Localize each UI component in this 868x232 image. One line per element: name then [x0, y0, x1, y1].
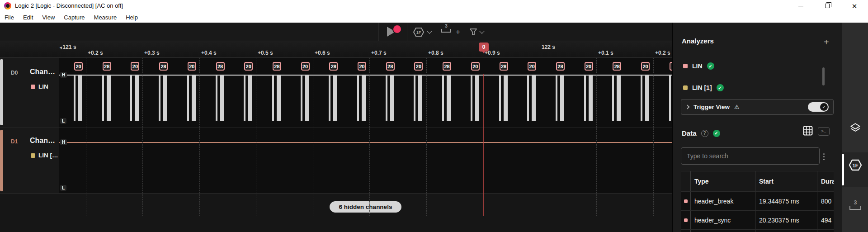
table-row[interactable]: header_pid20.75125 ms49	[681, 230, 834, 232]
data-search-box	[681, 147, 820, 165]
waveform-d0[interactable]: H L 202820282028202820282028202820282028…	[59, 58, 672, 128]
low-pulse-wide	[333, 75, 337, 121]
hidden-channels-button[interactable]: 6 hidden channels	[330, 201, 401, 213]
saleae-logo-icon	[4, 2, 11, 9]
lin-frame-badge[interactable]: 28	[613, 62, 621, 71]
lin-frame-badge[interactable]: 28	[443, 62, 451, 71]
analyzer-name: LIN [1]	[692, 84, 712, 91]
low-pulse-wide	[135, 75, 139, 121]
row-color-swatch	[684, 218, 688, 222]
lin-frame-badge[interactable]: 28	[500, 62, 508, 71]
lin-frame-badge[interactable]: 20	[301, 62, 310, 71]
table-scrollbar[interactable]	[822, 67, 825, 85]
measurements-tab[interactable]: 3	[842, 206, 868, 210]
lin-frame-badge[interactable]: 20	[244, 62, 253, 71]
lin-frame-badge[interactable]: 20	[74, 62, 83, 71]
lin-frame-badge[interactable]: 20	[528, 62, 536, 71]
table-row[interactable]: header_break19.344875 ms800	[681, 192, 834, 211]
lin-frame-badge[interactable]: 28	[159, 62, 168, 71]
capture-mode-dropdown[interactable]	[428, 29, 431, 33]
data-ok-check-icon: ✓	[713, 130, 720, 137]
extensions-tab[interactable]	[842, 122, 868, 134]
lin-frame-badge[interactable]: 20	[641, 62, 650, 71]
lin-frame-badge[interactable]: 28	[556, 62, 565, 71]
channel-analyzer-tag[interactable]: LIN	[31, 83, 48, 90]
time-gridline	[540, 58, 540, 216]
low-pulse-narrow	[74, 75, 75, 121]
trigger-marker[interactable]: 0	[479, 43, 489, 52]
analyzer-item-lin[interactable]: LIN✓	[683, 62, 714, 70]
lin-frame-badge[interactable]: 28	[273, 62, 281, 71]
trigger-dropdown[interactable]	[480, 29, 484, 33]
menu-item-view[interactable]: View	[41, 13, 56, 22]
warning-icon: ⚠	[734, 104, 740, 110]
menu-item-help[interactable]: Help	[124, 13, 139, 22]
column-header-duration[interactable]: Duration	[817, 171, 834, 191]
funnel-icon	[469, 28, 477, 36]
restore-button[interactable]	[817, 0, 838, 12]
analyzers-tab[interactable]: 1F	[842, 158, 868, 172]
lin-frame-badge[interactable]: 28	[103, 62, 111, 71]
lin-frame-badge[interactable]: 20	[358, 62, 366, 71]
low-pulse-wide	[277, 75, 281, 121]
terminal-icon: >_	[821, 129, 826, 134]
lin-frame-badge[interactable]: 20	[188, 62, 196, 71]
lin-frame-badge[interactable]: 20	[131, 62, 139, 71]
capture-view: 1F 3 + ◂121 s122 s+0.2 s+0.3 s+0.4 s+0.5…	[0, 23, 672, 232]
channel-d1-edge-strip[interactable]	[0, 130, 3, 191]
trigger-view-toggle[interactable]: ✓	[808, 102, 829, 112]
menu-item-measure[interactable]: Measure	[93, 13, 118, 22]
low-pulse-wide	[645, 75, 649, 121]
time-gridline	[426, 58, 427, 216]
terminal-view-button[interactable]: >_	[818, 127, 830, 136]
trigger-view-panel[interactable]: Trigger View ⚠ ✓	[681, 99, 834, 115]
search-options-button[interactable]	[821, 152, 826, 162]
channel-name[interactable]: Chan…	[30, 68, 55, 76]
trigger-button[interactable]	[469, 28, 477, 36]
analyzer-item-lin-1[interactable]: LIN [1]✓	[683, 84, 724, 91]
cell-type: header_pid	[691, 230, 755, 232]
lin-frame-badge[interactable]: 5	[670, 62, 672, 71]
help-icon[interactable]: ?	[701, 130, 708, 137]
row-swatch-cell	[681, 192, 691, 210]
time-ruler[interactable]: ◂121 s122 s+0.2 s+0.3 s+0.4 s+0.5 s+0.6 …	[0, 41, 672, 58]
table-view-button[interactable]	[803, 126, 813, 137]
start-capture-button[interactable]	[379, 23, 407, 41]
low-pulse-narrow	[442, 75, 444, 121]
table-row[interactable]: header_sync20.230375 ms494	[681, 211, 834, 230]
channel-d0-label-panel[interactable]: D0 Chan… LIN	[0, 58, 59, 128]
column-header-start[interactable]: Start	[755, 171, 817, 191]
low-pulse-narrow	[130, 75, 132, 121]
close-button[interactable]: ✕	[844, 0, 865, 12]
menu-item-edit[interactable]: Edit	[22, 13, 34, 22]
low-pulse-narrow	[584, 75, 586, 121]
capture-mode-button[interactable]: 1F	[412, 27, 425, 38]
timed-capture-button[interactable]: 3	[441, 29, 451, 33]
lin-frame-badge[interactable]: 20	[471, 62, 480, 71]
channel-analyzer-tag[interactable]: LIN […	[31, 152, 58, 159]
low-pulse-narrow	[612, 75, 614, 121]
lin-frame-badge[interactable]: 20	[414, 62, 423, 71]
search-input[interactable]	[687, 152, 814, 160]
close-icon: ✕	[852, 3, 858, 9]
label-wave-divider[interactable]	[59, 23, 59, 232]
lin-frame-badge[interactable]: 20	[585, 62, 593, 71]
add-analyzer-button[interactable]: +	[824, 38, 829, 47]
channel-d1-label-panel[interactable]: D1 Chan… LIN […	[0, 128, 59, 193]
waveform-d1[interactable]: H L	[59, 128, 672, 193]
lin-frame-badge[interactable]: 28	[329, 62, 338, 71]
time-gridline	[142, 58, 143, 216]
menu-item-file[interactable]: File	[3, 13, 15, 22]
ruler-minor-label: +0.3 s	[144, 50, 160, 56]
channel-name[interactable]: Chan…	[30, 137, 55, 145]
add-timer-button[interactable]: +	[456, 28, 460, 37]
title-bar: Logic 2 [Logic - Disconnected] [AC on of…	[0, 0, 868, 12]
lin-frame-badge[interactable]: 28	[216, 62, 225, 71]
timer-ruler-icon: 3	[441, 29, 451, 33]
lin-frame-badge[interactable]: 28	[386, 62, 395, 71]
low-pulse-wide	[220, 75, 224, 121]
channel-d0-edge-strip[interactable]	[0, 59, 3, 125]
menu-item-capture[interactable]: Capture	[62, 13, 86, 22]
minimize-button[interactable]	[790, 0, 811, 12]
column-header-type[interactable]: Type	[691, 171, 755, 191]
